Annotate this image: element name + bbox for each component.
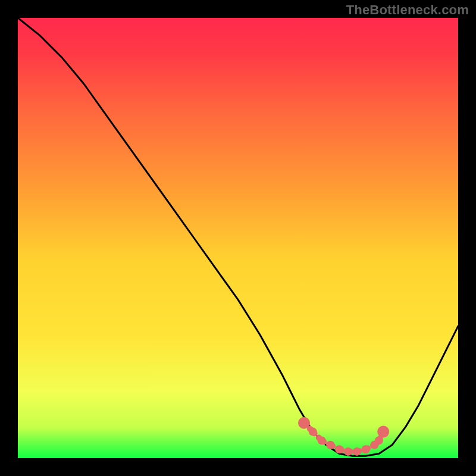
bottleneck-chart [0,0,476,476]
chart-border [0,458,476,476]
chart-border [0,0,18,476]
chart-border [458,0,476,476]
watermark-text: TheBottleneck.com [346,2,469,18]
chart-frame: TheBottleneck.com [0,0,476,476]
